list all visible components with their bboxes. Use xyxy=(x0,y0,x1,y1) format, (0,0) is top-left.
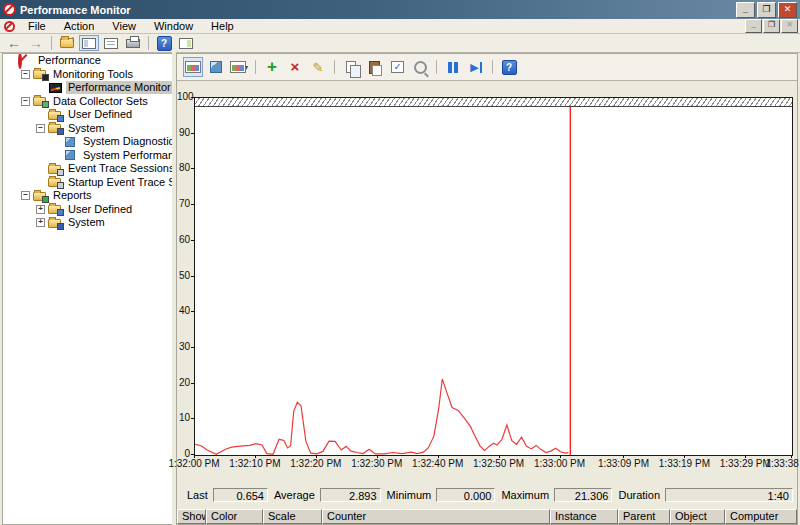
export-list-button[interactable] xyxy=(101,35,121,51)
y-axis-tick xyxy=(191,418,195,419)
view-current-activity-button[interactable] xyxy=(183,57,203,77)
update-data-button[interactable]: ▶ xyxy=(466,57,486,77)
tree-item-performance-monitor[interactable]: Performance Monitor xyxy=(3,81,173,95)
child-window-icon[interactable] xyxy=(4,21,15,32)
highlight-icon: ✎ xyxy=(313,60,324,75)
menu-view[interactable]: View xyxy=(103,19,145,33)
delete-counter-button[interactable]: × xyxy=(285,57,305,77)
update-data-icon: ▶ xyxy=(470,62,481,73)
perfmon-app-icon xyxy=(3,3,16,16)
copy-properties-button[interactable] xyxy=(341,57,361,77)
report-system-icon xyxy=(48,217,63,229)
back-button[interactable]: ← xyxy=(4,35,24,51)
toolbar-separator xyxy=(255,60,256,74)
tree-item-system-performance[interactable]: System Performance xyxy=(3,149,173,163)
change-graph-type-button[interactable]: ▾ xyxy=(229,57,249,77)
collapse-toggle[interactable]: − xyxy=(21,191,30,200)
x-axis-label: 1:33:38 PM xyxy=(765,458,800,469)
performance-monitor-window: { "window": { "title": "Performance Moni… xyxy=(0,0,800,525)
minimize-button[interactable]: _ xyxy=(736,2,755,18)
tree-item-label: Performance Monitor xyxy=(66,81,173,94)
up-one-level-button[interactable]: ↑ xyxy=(57,35,77,51)
content-area: Performance−Monitoring ToolsPerformance … xyxy=(0,52,800,525)
folder-data-icon xyxy=(33,95,48,107)
tree-item-system[interactable]: −System xyxy=(3,122,173,136)
tree-item-user-defined[interactable]: User Defined xyxy=(3,108,173,122)
add-counter-button[interactable]: + xyxy=(262,57,282,77)
console-tree: Performance−Monitoring ToolsPerformance … xyxy=(2,53,174,525)
paste-counter-list-button[interactable] xyxy=(364,57,384,77)
help-button[interactable]: ? xyxy=(154,35,174,51)
x-axis-label: 1:33:19 PM xyxy=(659,458,710,469)
print-icon xyxy=(126,39,140,48)
view-log-data-button[interactable] xyxy=(206,57,226,77)
column-header-computer[interactable]: Computer xyxy=(725,509,797,524)
expand-toggle[interactable]: + xyxy=(36,218,45,227)
tree-item-data-collector-sets[interactable]: −Data Collector Sets xyxy=(3,95,173,109)
toolbar-separator xyxy=(334,60,335,74)
column-header-counter[interactable]: Counter xyxy=(322,509,550,524)
column-header-parent[interactable]: Parent xyxy=(618,509,670,524)
help-button[interactable]: ? xyxy=(499,57,519,77)
tree-item-label: System xyxy=(66,216,107,229)
child-restore-button[interactable]: ❐ xyxy=(763,19,780,33)
tree-item-monitoring-tools[interactable]: −Monitoring Tools xyxy=(3,68,173,82)
y-axis-tick xyxy=(191,276,195,277)
tree-item-user-defined[interactable]: +User Defined xyxy=(3,203,173,217)
x-axis-label: 1:33:00 PM xyxy=(534,458,585,469)
chart-plot[interactable] xyxy=(194,97,793,456)
zoom-button[interactable] xyxy=(410,57,430,77)
column-header-object[interactable]: Object xyxy=(670,509,725,524)
show-hide-console-tree-button[interactable] xyxy=(79,35,99,51)
menu-window[interactable]: Window xyxy=(145,19,202,33)
x-axis-label: 1:32:50 PM xyxy=(473,458,524,469)
x-axis-label: 1:33:09 PM xyxy=(598,458,649,469)
child-minimize-button[interactable]: _ xyxy=(745,19,762,33)
overlay-glyph xyxy=(57,115,64,122)
x-axis-tick xyxy=(194,455,195,458)
column-header-instance[interactable]: Instance xyxy=(550,509,618,524)
tree-item-system[interactable]: +System xyxy=(3,216,173,230)
tree-item-system-diagnostics[interactable]: System Diagnostics xyxy=(3,135,173,149)
help-icon: ? xyxy=(157,36,172,51)
overlay-glyph xyxy=(42,101,49,108)
y-axis-label: 30 xyxy=(177,341,190,352)
column-header-color[interactable]: Color xyxy=(206,509,263,524)
legend-header: ShowColorScaleCounterInstanceParentObjec… xyxy=(177,509,797,524)
expand-toggle[interactable]: + xyxy=(36,205,45,214)
delete-counter-icon: × xyxy=(291,60,300,74)
tree-item-label: Data Collector Sets xyxy=(51,95,150,108)
tree-item-reports[interactable]: −Reports xyxy=(3,189,173,203)
close-button[interactable]: ✕ xyxy=(778,2,797,18)
tree-item-event-trace-sessions[interactable]: Event Trace Sessions xyxy=(3,162,173,176)
x-axis-label: 1:32:10 PM xyxy=(229,458,280,469)
main-toolbar: ←→↑? xyxy=(0,34,800,53)
stat-value-duration: 1:40 xyxy=(665,488,793,502)
tree-item-startup-event-trace-sessi[interactable]: Startup Event Trace Sessi xyxy=(3,176,173,190)
print-button[interactable] xyxy=(123,35,143,51)
stat-value-average: 2.893 xyxy=(320,488,381,502)
help-icon: ? xyxy=(502,60,517,75)
column-header-show[interactable]: Show xyxy=(177,509,206,524)
freeze-display-button[interactable] xyxy=(443,57,463,77)
menu-action[interactable]: Action xyxy=(55,19,104,33)
forward-button[interactable]: → xyxy=(26,35,46,51)
mmc-window: Performance Monitor _ ❐ ✕ FileActionView… xyxy=(0,0,800,525)
collapse-toggle[interactable]: − xyxy=(21,70,30,79)
collapse-toggle[interactable]: − xyxy=(36,124,45,133)
tree-item-label: User Defined xyxy=(66,203,134,216)
menu-file[interactable]: File xyxy=(19,19,55,33)
tree-item-label: Performance xyxy=(36,54,103,67)
menu-help[interactable]: Help xyxy=(202,19,243,33)
highlight-button[interactable]: ✎ xyxy=(308,57,328,77)
child-close-button[interactable]: ✕ xyxy=(781,19,798,33)
column-header-scale[interactable]: Scale xyxy=(263,509,322,524)
stat-label-maximum: Maximum xyxy=(501,489,549,501)
maximize-button[interactable]: ❐ xyxy=(757,2,776,18)
folder-report-icon xyxy=(33,190,48,202)
tree-item-performance[interactable]: Performance xyxy=(3,54,173,68)
properties-button[interactable] xyxy=(387,57,407,77)
properties-icon xyxy=(391,61,404,73)
collapse-toggle[interactable]: − xyxy=(21,97,30,106)
show-hide-action-pane-button[interactable] xyxy=(176,35,196,51)
